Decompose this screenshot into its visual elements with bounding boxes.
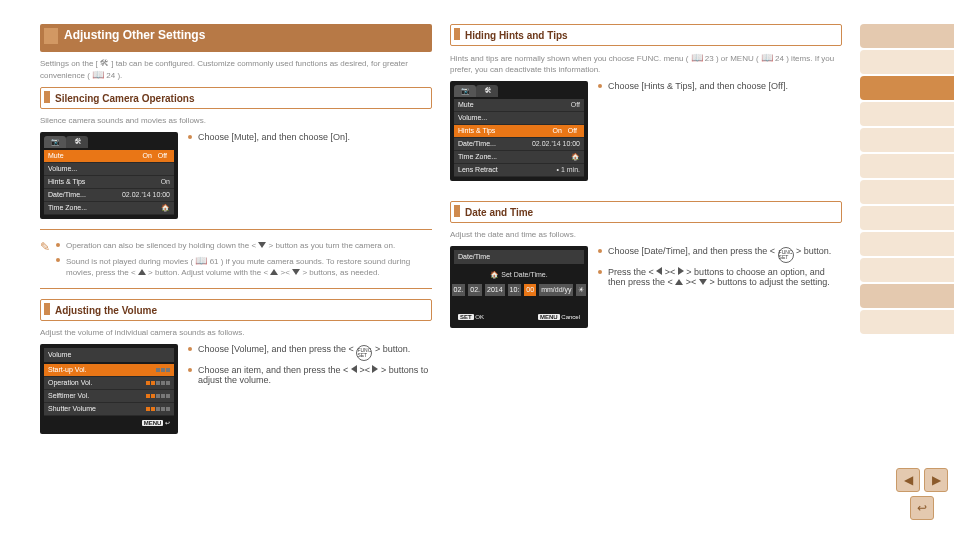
lcd-value: On [161, 177, 170, 187]
book-icon: 📖 [92, 69, 104, 80]
lcd-row-tz: Time Zone... 🏠 [454, 151, 584, 164]
lcd-volume: Volume Start-up Vol. Operation Vol. Self… [40, 344, 178, 434]
down-arrow-icon [292, 269, 300, 275]
section-title: Date and Time [465, 207, 533, 218]
intro-a: Settings on the [ [40, 59, 98, 68]
prev-page-button[interactable]: ◀ [896, 468, 920, 492]
bullet-text: >< [665, 267, 676, 277]
bullet-dot-icon [598, 84, 602, 88]
note-text: > button as you turn the camera on. [269, 241, 396, 250]
lcd-label: Hints & Tips [458, 126, 495, 136]
silence-body: Silence camera sounds and movies as foll… [40, 115, 432, 126]
section-head-volume: Adjusting the Volume [40, 299, 432, 321]
bullet-text: >< [686, 277, 697, 287]
menu-badge: MENU [538, 314, 560, 320]
rule [40, 229, 432, 230]
volume-bars-icon [146, 407, 170, 411]
lcd-label: Date/Time... [48, 190, 86, 200]
left-arrow-icon [656, 267, 662, 275]
note-text: > button. Adjust volume with the < [148, 268, 268, 277]
lcd-label: Shutter Volume [48, 404, 96, 414]
dt-field: 10: [508, 284, 522, 296]
note-text: > buttons, as needed. [302, 268, 379, 277]
next-page-button[interactable]: ▶ [924, 468, 948, 492]
page-nav: ◀ ▶ ↩ [896, 468, 948, 520]
bullet-text: > buttons to adjust the setting. [709, 277, 829, 287]
lcd-row-tz: Time Zone... 🏠 [44, 202, 174, 215]
off-pill: Off [155, 151, 170, 161]
tab-item[interactable] [860, 258, 954, 282]
tab-item-active[interactable] [860, 76, 954, 100]
lcd-label: Start-up Vol. [48, 365, 87, 375]
volume-bullet1: Choose [Volume], and then press the < FU… [188, 344, 432, 361]
tab-item[interactable] [860, 50, 954, 74]
lcd-label: Mute [48, 151, 64, 161]
dt-field: 02. [468, 284, 482, 296]
volume-body: Adjust the volume of individual camera s… [40, 327, 432, 338]
back-button[interactable]: ↩ [910, 496, 934, 520]
lcd-value: 02.02.'14 10:00 [532, 139, 580, 149]
lcd-hints: 📷 🛠 Mute Off Volume... Hints & Tips OnOf… [450, 81, 588, 181]
note2: Sound is not played during movies ( 📖 61… [66, 255, 432, 278]
lcd-row-volume: Volume... [44, 163, 174, 176]
note1: Operation can also be silenced by holdin… [66, 240, 395, 251]
intro-text: Settings on the [ ] tab can be configure… [40, 58, 432, 81]
tab-item[interactable] [860, 24, 954, 48]
hints-xref[interactable]: 23 [705, 54, 714, 63]
left-arrow-icon: ◀ [904, 473, 913, 487]
page-title-bar: Adjusting Other Settings [40, 24, 432, 52]
up-arrow-icon [675, 279, 683, 285]
dt-field: mm/dd/yy [539, 284, 573, 296]
tab-item[interactable] [860, 128, 954, 152]
lcd-label: Hints & Tips [48, 177, 85, 187]
menu-badge: MENU [142, 420, 164, 426]
bullet-text: Choose [Volume], and then press the < [198, 344, 354, 354]
on-pill: On [139, 151, 154, 161]
func-set-icon: FUNCSET [356, 345, 372, 361]
intro-xref[interactable]: 24 [106, 71, 115, 80]
camera-tab-icon: 📷 [454, 85, 476, 97]
lcd-screen-title: Date/Time [454, 250, 584, 264]
date-bullet2: Press the < >< > buttons to choose an op… [598, 267, 842, 287]
return-icon: ↩ [917, 501, 927, 515]
tab-item[interactable] [860, 310, 954, 334]
bullet-dot-icon [188, 347, 192, 351]
lcd-label: Time Zone... [48, 203, 87, 213]
tab-item[interactable] [860, 232, 954, 256]
lcd-row-shutvol: Shutter Volume [44, 403, 174, 416]
tab-item[interactable] [860, 206, 954, 230]
set-badge: SET [458, 314, 474, 320]
hints-text: ) or MENU ( [716, 54, 759, 63]
hints-xref[interactable]: 24 [775, 54, 784, 63]
lcd-row-volume: Volume... [454, 112, 584, 125]
section-title: Adjusting the Volume [55, 305, 157, 316]
tab-item[interactable] [860, 102, 954, 126]
bullet-dot-icon [56, 243, 60, 247]
dt-field-selected: 00 [524, 284, 536, 296]
bullet-dot-icon [188, 368, 192, 372]
lcd-row-datetime: Date/Time... 02.02.'14 10:00 [454, 138, 584, 151]
intro-c: ). [117, 71, 122, 80]
lcd-row-lens: Lens Retract • 1 min. [454, 164, 584, 177]
bullet-text: Press the < [608, 267, 654, 277]
bullet-dot-icon [598, 270, 602, 274]
lcd-tabrow: 📷 🛠 [44, 136, 174, 148]
tab-item[interactable] [860, 180, 954, 204]
lcd-mute: 📷 🛠 Mute OnOff Volume... Hints & Tips On [40, 132, 178, 219]
bullet-text: Choose [Hints & Tips], and then choose [… [608, 81, 788, 91]
lcd-datetime-fields: 02. 02. 2014 10: 00 mm/dd/yy ☀ [454, 284, 584, 296]
bullet-dot-icon [56, 258, 60, 262]
tab-item[interactable] [860, 154, 954, 178]
note-xref[interactable]: 61 [210, 257, 219, 266]
dt-field: ☀ [576, 284, 586, 296]
bullet-text: >< [359, 365, 370, 375]
up-arrow-icon [138, 269, 146, 275]
bullet-dot-icon [598, 249, 602, 253]
lcd-row-mute: Mute Off [454, 99, 584, 112]
section-head-hints: Hiding Hints and Tips [450, 24, 842, 46]
lcd-datetime: Date/Time 🏠 Set Date/Time. 02. 02. 2014 … [450, 246, 588, 328]
tab-item[interactable] [860, 284, 954, 308]
bullet-dot-icon [188, 135, 192, 139]
lcd-row-startupvol: Start-up Vol. [44, 364, 174, 377]
hints-bullet: Choose [Hints & Tips], and then choose [… [598, 81, 842, 91]
